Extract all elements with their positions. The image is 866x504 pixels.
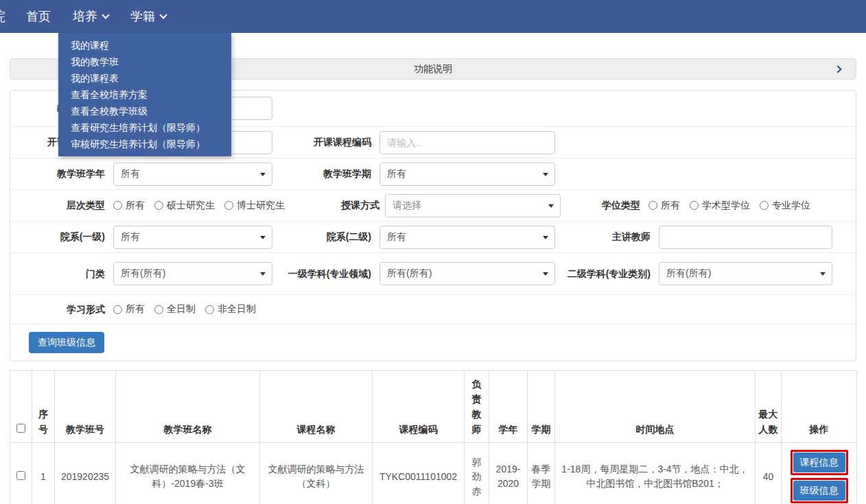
select-arrow-icon [260,272,266,276]
discipline1-select[interactable]: 所有(所有) [379,262,555,285]
category-label: 门类 [10,268,113,280]
degree-academic-radio[interactable] [690,201,699,210]
function-description-title: 功能说明 [414,63,452,75]
degree-type-label: 学位类型 [561,200,648,211]
col-term: 学期 [528,371,555,443]
filter-row-level-mode-degree: 层次类型 所有 硕士研究生 博士研究生 授课方式 请选择 学位类型 所有 学术型… [10,189,856,221]
filter-row-discipline: 门类 所有(所有) 一级学科(专业领域) 所有(所有) 二级学科(专业类别) 所… [10,252,856,294]
select-arrow-icon [543,236,548,239]
degree-type-radio-group: 所有 学术型学位 专业学位 [648,200,820,212]
course-code-cell: TYKC0011101002 [373,443,465,504]
course-name-cell: 文献调研的策略与方法（文科） [260,443,373,504]
dept2-select[interactable]: 所有 [379,226,555,249]
time-place-cell: 1-18周，每周星期二，3-4节，地点：中北，中北图书馆，中北图书馆B201； [555,443,756,504]
col-max: 最大人数 [756,371,782,443]
nav-item-student-status[interactable]: 学籍 [130,8,166,25]
study-form-option-all[interactable]: 所有 [113,303,145,315]
study-form-parttime-radio[interactable] [205,305,214,314]
class-year-label: 教学班学年 [10,168,113,180]
col-class-name: 教学班名称 [116,371,260,443]
dept1-label: 院系(一级) [10,231,113,243]
class-no-cell: 201920235 [55,443,116,504]
lecturer-input[interactable] [659,226,832,249]
max-cell: 40 [756,443,782,504]
select-arrow-icon [820,272,826,276]
col-class-no: 教学班号 [55,371,116,443]
filter-row-department: 院系(一级) 所有 院系(二级) 所有 主讲教师 [10,221,856,252]
course-code-label: 开课课程编码 [272,136,379,148]
col-time-place: 时间地点 [555,371,756,443]
class-info-button[interactable]: 班级信息 [793,481,845,501]
query-class-info-button[interactable]: 查询班级信息 [29,332,104,353]
select-arrow-icon [543,272,548,276]
col-teacher: 负责教师 [465,371,489,443]
study-form-option-parttime[interactable]: 非全日制 [205,303,256,315]
level-type-option-all[interactable]: 所有 [113,200,145,212]
level-all-radio[interactable] [113,201,122,210]
study-form-option-fulltime[interactable]: 全日制 [154,303,196,315]
level-master-radio[interactable] [154,201,163,210]
select-arrow-icon [543,173,548,176]
filter-row-year-term: 教学班学年 所有 教学班学期 所有 [10,158,856,189]
level-type-radio-group: 所有 硕士研究生 博士研究生 [113,200,340,212]
course-code-input[interactable] [379,131,555,154]
menu-item-my-teaching-classes[interactable]: 我的教学班 [58,53,231,70]
level-doctor-radio[interactable] [224,201,233,210]
level-type-option-master[interactable]: 硕士研究生 [154,200,215,212]
nav-item-home[interactable]: 首页 [26,8,51,25]
lecturer-label: 主讲教师 [555,231,659,243]
table-header-row: 序号 教学班号 教学班名称 课程名称 课程编码 负责教师 学年 学期 时间地点 … [10,371,857,443]
menu-item-view-school-programs[interactable]: 查看全校培养方案 [58,86,231,103]
category-select[interactable]: 所有(所有) [113,262,272,285]
class-term-label: 教学班学期 [272,168,379,180]
col-course-code: 课程编码 [373,371,465,443]
degree-type-option-professional[interactable]: 专业学位 [760,200,810,212]
discipline1-label: 一级学科(专业领域) [272,268,379,280]
class-name-cell: 文献调研的策略与方法（文科）-2019春-3班 [116,443,260,504]
menu-item-view-grad-plans[interactable]: 查看研究生培养计划（限导师） [58,119,231,136]
seq-cell: 1 [32,443,55,504]
highlight-box: 班级信息 [791,478,848,503]
top-navbar: 院 首页 培养 学籍 我的课程 我的教学班 我的课程表 查看全校培养方案 查看全… [0,0,866,33]
row-select-cell [10,443,32,504]
teaching-mode-select[interactable]: 请选择 [385,194,561,217]
chevron-down-icon [159,11,167,19]
teaching-mode-label: 授课方式 [340,200,385,211]
col-year: 学年 [489,371,528,443]
dept2-label: 院系(二级) [272,231,379,243]
cultivation-dropdown-menu: 我的课程 我的教学班 我的课程表 查看全校培养方案 查看全校教学班级 查看研究生… [58,33,231,156]
dept1-select[interactable]: 所有 [113,226,272,249]
chevron-down-icon [102,11,109,19]
discipline2-select[interactable]: 所有(所有) [659,262,832,285]
filter-row-study-form: 学习形式 所有 全日制 非全日制 [10,294,856,324]
discipline2-label: 二级学科(专业类别) [555,268,659,280]
select-all-checkbox[interactable] [16,424,25,433]
chevron-right-icon[interactable] [834,65,841,73]
level-type-label: 层次类型 [10,200,113,211]
table-row: 1 201920235 文献调研的策略与方法（文科）-2019春-3班 文献调研… [10,443,857,504]
class-year-select[interactable]: 所有 [113,163,272,186]
col-seq: 序号 [32,371,55,443]
course-info-button[interactable]: 课程信息 [793,453,845,472]
level-type-option-doctor[interactable]: 博士研究生 [224,200,285,212]
study-form-fulltime-radio[interactable] [154,305,163,314]
study-form-all-radio[interactable] [113,305,122,314]
year-cell: 2019-2020 [489,443,528,504]
nav-item-cultivation[interactable]: 培养 [73,8,108,25]
degree-type-option-all[interactable]: 所有 [648,200,680,212]
degree-all-radio[interactable] [648,201,657,210]
col-course-name: 课程名称 [260,371,373,443]
menu-item-audit-grad-plans[interactable]: 审核研究生培养计划（限导师） [58,136,231,152]
select-all-header [10,371,32,443]
query-button-row: 查询班级信息 [10,324,856,361]
degree-professional-radio[interactable] [760,201,769,210]
menu-item-my-courses[interactable]: 我的课程 [58,37,231,53]
term-cell: 春季学期 [528,443,555,504]
menu-item-view-school-classes[interactable]: 查看全校教学班级 [58,103,231,119]
menu-item-my-timetable[interactable]: 我的课程表 [58,70,231,86]
row-checkbox[interactable] [16,471,25,480]
study-form-radio-group: 所有 全日制 非全日制 [113,303,266,315]
class-term-select[interactable]: 所有 [379,163,555,186]
degree-type-option-academic[interactable]: 学术型学位 [690,200,750,212]
select-arrow-icon [548,204,554,208]
